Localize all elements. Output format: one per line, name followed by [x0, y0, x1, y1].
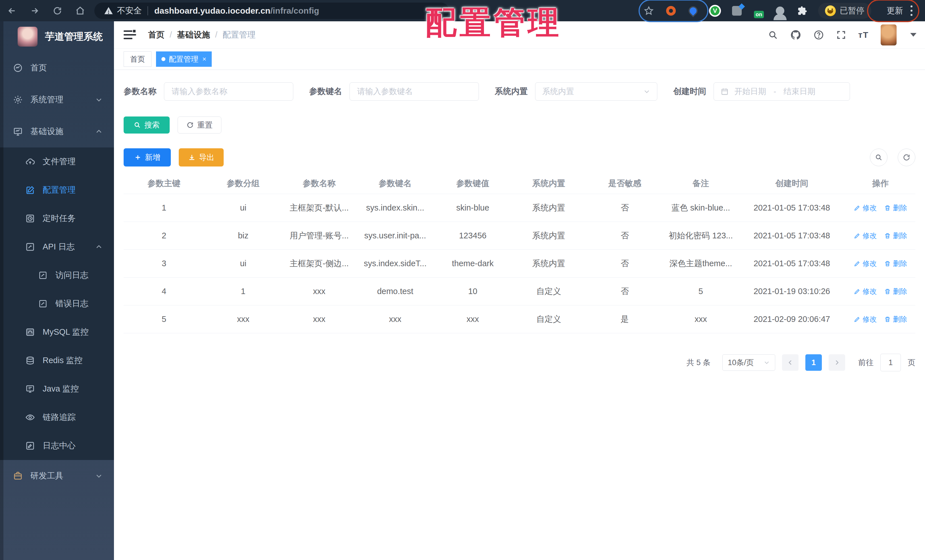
edit-link[interactable]: 修改 [854, 231, 877, 240]
github-icon[interactable] [790, 29, 801, 41]
page-1-button[interactable]: 1 [805, 354, 822, 371]
param-name-input[interactable] [171, 87, 286, 96]
table-cell: xxx [356, 315, 434, 324]
calendar-icon [721, 87, 729, 95]
sidebar-item-label: Java 监控 [43, 383, 79, 394]
url-host[interactable]: dashboard.yudao.iocoder.cn [154, 6, 270, 16]
add-button[interactable]: 新增 [124, 148, 171, 167]
col-param-group: 参数分组 [204, 178, 282, 189]
edit-link[interactable]: 修改 [854, 259, 877, 268]
table-cell: 否 [586, 286, 664, 297]
extension-list-icon[interactable]: on [753, 5, 764, 17]
security-label[interactable]: 不安全 [117, 5, 142, 17]
sidebar-item-api-log[interactable]: API 日志 [0, 233, 114, 261]
toggle-search-button[interactable] [870, 149, 887, 166]
table-cell: 5 [664, 287, 738, 296]
sidebar-item-trace[interactable]: 链路追踪 [0, 403, 114, 432]
url-path[interactable]: /infra/config [270, 6, 319, 16]
address-bar[interactable]: 不安全 dashboard.yudao.iocoder.cn/infra/con… [94, 3, 449, 19]
paused-extension-chip[interactable]: 已暂停 [818, 3, 871, 19]
sidebar-item-file[interactable]: 文件管理 [0, 148, 114, 176]
sidebar-item-dev-tools[interactable]: 研发工具 [0, 460, 114, 492]
table-cell: theme-dark [434, 259, 512, 268]
not-secure-warning-icon[interactable] [104, 6, 113, 15]
font-size-icon[interactable]: тT [858, 30, 869, 40]
edit-square-icon [25, 185, 35, 195]
bookmark-star-icon[interactable] [643, 5, 655, 17]
col-operations: 操作 [846, 178, 915, 189]
breadcrumb-infra[interactable]: 基础设施 [177, 29, 210, 41]
fullscreen-icon[interactable] [836, 30, 846, 40]
active-dot-icon [161, 57, 166, 61]
extension-profile-icon[interactable] [774, 5, 786, 17]
mysql-monitor-icon [25, 327, 35, 337]
col-param-name: 参数名称 [282, 178, 356, 189]
table-cell: 10 [434, 287, 512, 296]
table-cell: 4 [124, 287, 204, 296]
sidebar-item-system[interactable]: 系统管理 [0, 84, 114, 116]
extension-pin-icon[interactable] [687, 5, 699, 17]
redis-monitor-icon [25, 356, 35, 365]
sidebar-item-redis[interactable]: Redis 监控 [0, 346, 114, 375]
sidebar-item-home[interactable]: 首页 [0, 52, 114, 84]
system-type-select[interactable]: 系统内置 [535, 83, 657, 101]
sidebar-menu: 首页 系统管理 基础设施 文件管理 [0, 52, 114, 492]
delete-link[interactable]: 删除 [884, 231, 907, 240]
sidebar-item-config[interactable]: 配置管理 [0, 176, 114, 204]
browser-update-button[interactable]: 更新 [881, 3, 917, 19]
browser-menu-kebab-icon[interactable] [908, 5, 915, 16]
user-menu-caret-icon[interactable] [910, 33, 916, 37]
table-row: 5xxxxxxxxxxxx自定义是xxx2021-02-09 20:06:47修… [124, 306, 915, 333]
tab-close-icon[interactable]: × [202, 55, 206, 63]
export-button[interactable]: 导出 [179, 148, 224, 167]
reload-icon[interactable] [52, 5, 63, 17]
user-avatar[interactable] [881, 24, 896, 45]
sidebar-item-java[interactable]: Java 监控 [0, 375, 114, 403]
forward-icon[interactable] [29, 5, 40, 17]
paused-label: 已暂停 [840, 5, 865, 17]
java-monitor-icon [25, 384, 35, 394]
sidebar-item-mysql[interactable]: MySQL 监控 [0, 318, 114, 346]
edit-link[interactable]: 修改 [854, 203, 877, 212]
next-page-button[interactable] [829, 354, 845, 371]
breadcrumb: 首页 / 基础设施 / 配置管理 [148, 29, 256, 41]
edit-link[interactable]: 修改 [854, 315, 877, 324]
sidebar-item-access-log[interactable]: 访问日志 [0, 261, 114, 289]
sidebar-item-error-log[interactable]: 错误日志 [0, 289, 114, 318]
delete-link[interactable]: 删除 [884, 259, 907, 268]
tab-config-active[interactable]: 配置管理 × [156, 51, 212, 67]
reset-button[interactable]: 重置 [178, 116, 221, 134]
sidebar-item-log-center[interactable]: 日志中心 [0, 432, 114, 460]
sidebar-collapse-icon[interactable] [124, 30, 136, 40]
help-icon[interactable] [814, 30, 824, 40]
home-icon[interactable] [74, 5, 86, 17]
delete-link[interactable]: 删除 [884, 287, 907, 296]
param-key-input[interactable] [357, 87, 472, 96]
delete-link[interactable]: 删除 [884, 315, 907, 324]
emoji-icon [825, 5, 836, 16]
col-sensitive: 是否敏感 [586, 178, 664, 189]
goto-page-input[interactable] [880, 354, 901, 371]
extension-orange-icon[interactable] [665, 5, 677, 17]
sidebar-item-infra[interactable]: 基础设施 [0, 116, 114, 148]
extension-green-icon[interactable]: V [709, 5, 721, 17]
sidebar-item-job[interactable]: 定时任务 [0, 204, 114, 233]
breadcrumb-home[interactable]: 首页 [148, 29, 164, 41]
param-key-label: 参数键名 [309, 86, 342, 97]
search-button[interactable]: 搜索 [124, 116, 170, 134]
search-icon[interactable] [768, 30, 778, 40]
page-size-select[interactable]: 10条/页 [722, 354, 775, 371]
date-range-picker[interactable]: 开始日期 - 结束日期 [714, 83, 850, 101]
refresh-button[interactable] [898, 149, 915, 166]
prev-page-button[interactable] [782, 354, 798, 371]
tab-home[interactable]: 首页 [124, 51, 151, 67]
delete-link[interactable]: 删除 [884, 203, 907, 212]
back-icon[interactable] [6, 5, 18, 17]
app-logo-row[interactable]: 芋道管理系统 [0, 21, 114, 52]
param-name-input-wrap [164, 83, 293, 101]
edit-link[interactable]: 修改 [854, 287, 877, 296]
sidebar-item-label: 首页 [30, 62, 47, 74]
extensions-puzzle-icon[interactable] [796, 5, 809, 17]
extension-grid-icon[interactable] [731, 5, 743, 17]
pagination: 共 5 条 10条/页 1 前往 页 [124, 354, 915, 371]
